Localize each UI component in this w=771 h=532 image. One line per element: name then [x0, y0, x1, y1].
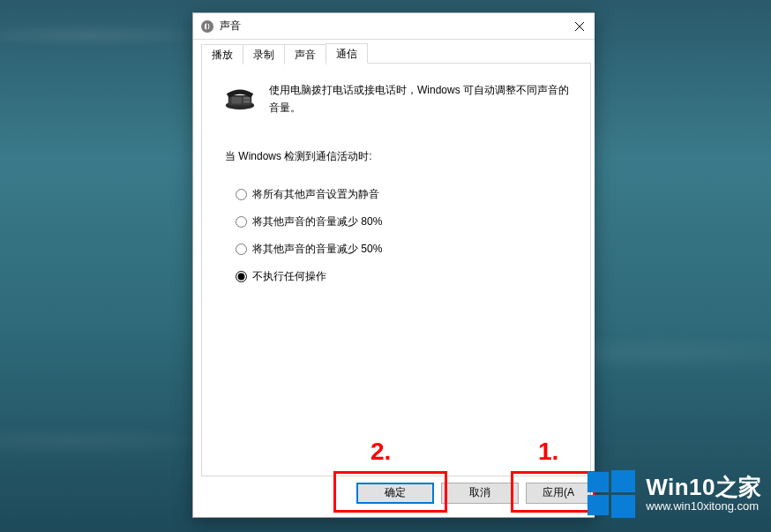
svg-rect-5 — [232, 97, 242, 104]
svg-rect-6 — [243, 97, 251, 100]
window-title: 声音 — [220, 19, 559, 34]
tab-sounds[interactable]: 声音 — [284, 44, 326, 64]
svg-rect-8 — [588, 472, 609, 492]
tab-playback[interactable]: 播放 — [201, 44, 243, 64]
option-label: 将所有其他声音设置为静音 — [252, 187, 379, 202]
options-group: 将所有其他声音设置为静音 将其他声音的音量减少 80% 将其他声音的音量减少 5… — [223, 187, 569, 284]
windows-logo-icon — [586, 468, 637, 520]
watermark-url: www.win10xitong.com — [646, 500, 762, 513]
tab-recording[interactable]: 录制 — [243, 44, 285, 64]
sound-dialog: 声音 播放 录制 声音 通信 — [192, 12, 595, 518]
radio-reduce-80[interactable] — [236, 216, 247, 228]
description-row: 使用电脑拨打电话或接电话时，Windows 可自动调整不同声音的音量。 — [223, 81, 569, 117]
dialog-body: 播放 录制 声音 通信 — [193, 40, 595, 476]
svg-point-0 — [201, 20, 213, 33]
cancel-button[interactable]: 取消 — [441, 483, 519, 504]
phone-icon — [223, 81, 257, 111]
ok-button[interactable]: 确定 — [356, 483, 434, 504]
svg-rect-9 — [611, 470, 635, 492]
button-row: 确定 取消 应用(A — [193, 476, 595, 517]
option-mute-all[interactable]: 将所有其他声音设置为静音 — [236, 187, 569, 202]
radio-mute-all[interactable] — [236, 189, 247, 200]
titlebar: 声音 — [193, 13, 595, 40]
svg-rect-10 — [588, 495, 609, 515]
option-reduce-50[interactable]: 将其他声音的音量减少 50% — [236, 242, 569, 257]
when-detected-label: 当 Windows 检测到通信活动时: — [223, 149, 569, 164]
communications-panel: 使用电脑拨打电话或接电话时，Windows 可自动调整不同声音的音量。 当 Wi… — [201, 63, 591, 476]
watermark: Win10之家 www.win10xitong.com — [586, 468, 762, 520]
radio-do-nothing[interactable] — [236, 271, 247, 282]
watermark-title: Win10之家 — [646, 475, 762, 501]
description-text: 使用电脑拨打电话或接电话时，Windows 可自动调整不同声音的音量。 — [269, 81, 569, 117]
option-reduce-80[interactable]: 将其他声音的音量减少 80% — [236, 214, 569, 229]
radio-reduce-50[interactable] — [236, 244, 247, 255]
sound-app-icon — [200, 19, 214, 34]
close-icon — [575, 22, 584, 31]
option-label: 不执行任何操作 — [252, 269, 326, 284]
apply-button[interactable]: 应用(A — [526, 483, 591, 504]
option-label: 将其他声音的音量减少 50% — [252, 242, 382, 257]
tab-communications[interactable]: 通信 — [326, 43, 368, 64]
svg-rect-7 — [243, 101, 251, 103]
close-button[interactable] — [559, 13, 595, 39]
option-label: 将其他声音的音量减少 80% — [252, 214, 382, 229]
watermark-text: Win10之家 www.win10xitong.com — [646, 475, 762, 514]
svg-rect-11 — [611, 495, 635, 518]
tab-strip: 播放 录制 声音 通信 — [201, 43, 591, 64]
option-do-nothing[interactable]: 不执行任何操作 — [236, 269, 569, 284]
